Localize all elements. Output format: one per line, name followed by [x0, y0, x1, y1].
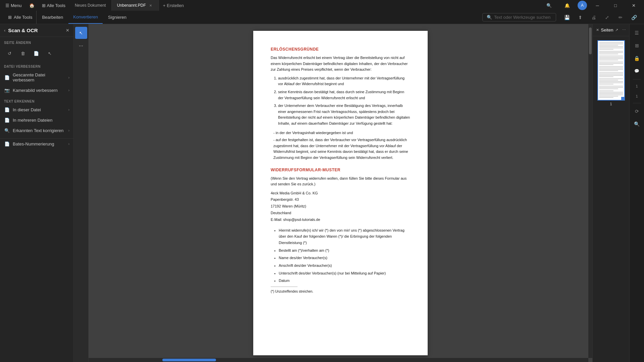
page-count-2: 1	[631, 92, 643, 101]
address-line-2: Papenbergstr. 43	[271, 196, 410, 203]
menu-signieren[interactable]: Signieren	[103, 11, 131, 24]
search-tools-bar[interactable]: 🔍 Text oder Werkzeuge suchen	[482, 13, 556, 21]
bullet-item-6: Datum	[279, 278, 410, 284]
tab-list: Neues Dokument Unbenannt.PDF ✕ + Erstell…	[69, 0, 540, 11]
bates-nummerierung-button[interactable]: 📄 Bates-Nummerierung ›	[0, 139, 73, 149]
home-button[interactable]: 🏠	[26, 0, 38, 11]
rotate-button[interactable]: ↺	[4, 48, 15, 59]
toolbar-strip: ↖ ⋯	[74, 24, 89, 362]
cursor-button[interactable]: ↖	[44, 48, 55, 59]
save-button[interactable]: 💾	[561, 11, 573, 23]
search-title-button[interactable]: 🔍	[541, 0, 557, 11]
new-tab-button[interactable]: + Erstellen	[159, 0, 188, 11]
insert-page-button[interactable]: 📄	[31, 48, 42, 59]
erkannten-text-button[interactable]: 🔍 Erkannten Text korrigieren ›	[0, 125, 73, 136]
window-controls: 🔍 🔔 A ─ □ ✕	[541, 0, 641, 11]
horizontal-scrollbar[interactable]	[89, 358, 588, 362]
user-avatar[interactable]: A	[578, 1, 587, 10]
menu-konvertieren[interactable]: Konvertieren	[68, 11, 103, 24]
refresh-button[interactable]: ⟳	[631, 105, 643, 117]
all-tools-label: Alle Tools	[47, 3, 65, 8]
maximize-button[interactable]: □	[608, 0, 623, 11]
pdf-scroll-area[interactable]: ERLÖSCHENSGRÜNDE Das Widerrufsrecht erli…	[89, 24, 592, 362]
view-button[interactable]: ⤢	[601, 11, 613, 23]
file-icon: 📄	[4, 107, 10, 112]
tab-unbenannt-pdf[interactable]: Unbenannt.PDF ✕	[112, 0, 159, 11]
section-seite-andern: SEITE ÄNDERN	[0, 37, 73, 46]
sidebar-close-button[interactable]: ✕	[66, 28, 69, 33]
print-button[interactable]: 🖨	[588, 11, 600, 23]
zoom-button[interactable]: 🔍	[631, 118, 643, 130]
plus-icon: +	[163, 3, 166, 8]
all-tools-tab[interactable]: ⊞ Alle Tools	[39, 0, 68, 11]
tab-neues-dokument[interactable]: Neues Dokument	[69, 0, 112, 11]
all-tools-menu[interactable]: ⊞ Alle Tools	[4, 11, 37, 24]
list-item-3: der Unternehmer dem Verbraucher eine Bes…	[278, 103, 410, 126]
tab-close-icon[interactable]: ✕	[148, 3, 153, 8]
grid-icon: ⊞	[42, 3, 46, 8]
address-line-4: Deutschland	[271, 210, 410, 217]
in-mehreren-dateien-button[interactable]: 📄 In mehreren Dateien	[0, 115, 73, 125]
numbered-list: ausdrücklich zugestimmt hat, dass der Un…	[278, 75, 410, 127]
select-tool-button[interactable]: ↖	[75, 27, 87, 39]
more-tools-button[interactable]: ⋯	[75, 40, 87, 52]
sidebar-toggle-button[interactable]: ☰	[631, 27, 643, 39]
close-button[interactable]: ✕	[626, 0, 641, 11]
vertical-scrollbar[interactable]	[588, 24, 592, 358]
scan-icon: 📄	[4, 75, 10, 80]
page-1-thumbnail[interactable]	[597, 40, 625, 101]
para-intro: Das Widerrufsrecht erlischt bei einem Ve…	[271, 55, 410, 73]
far-right-divider-2	[633, 103, 641, 103]
tab-label: Neues Dokument	[75, 3, 106, 8]
tab-label: Unbenannt.PDF	[117, 3, 146, 8]
seiten-panel-actions: ↗ ⋯	[614, 27, 627, 33]
arrow-icon: ›	[68, 108, 69, 112]
export-icon[interactable]: ↗	[614, 27, 620, 33]
bullet-list: Hiermit widerrufe(n) ich/ wir (*) den vo…	[279, 227, 410, 284]
heading-erloschensgrunde: ERLÖSCHENSGRÜNDE	[271, 47, 410, 52]
arrow-icon: ›	[68, 129, 69, 132]
footnote: (*) Unzutreffendes streichen.	[271, 290, 410, 293]
arrow-icon: ›	[68, 142, 69, 146]
delete-page-button[interactable]: 🗑	[17, 48, 28, 59]
sidebar-title: Scan & OCR	[8, 27, 66, 33]
seiten-panel: ✕ Seiten ↗ ⋯	[592, 24, 629, 362]
minimize-button[interactable]: ─	[590, 0, 605, 11]
bullet-item-2: Bestellt am (*)/verhalten am (*)	[279, 247, 410, 254]
subpara-2: - auf der festgehalten ist, dass der Ver…	[271, 137, 410, 161]
titlebar: ☰ Menu 🏠 ⊞ Alle Tools Neues Dokument Unb…	[0, 0, 644, 11]
seiten-close-button[interactable]: ✕	[595, 27, 600, 33]
lock-button[interactable]: 🔒	[631, 52, 643, 64]
comment-button[interactable]: 💬	[631, 65, 643, 77]
files-icon: 📄	[4, 118, 10, 123]
in-dieser-datei-button[interactable]: 📄 In dieser Datei ›	[0, 105, 73, 115]
page-thumbnail-container: 1	[597, 40, 625, 106]
more-options-icon[interactable]: ⋯	[621, 27, 627, 33]
gescannte-datei-button[interactable]: 📄 Gescannte Datei verbessern ›	[0, 70, 73, 85]
far-right-divider	[633, 79, 641, 79]
annotate-button[interactable]: ✏	[614, 11, 627, 23]
arrow-icon: ›	[68, 88, 69, 92]
sidebar-back-button[interactable]: ‹	[4, 28, 5, 33]
notification-button[interactable]: 🔔	[559, 0, 575, 11]
scrollbar-thumb[interactable]	[589, 27, 592, 54]
h-scrollbar-thumb[interactable]	[162, 359, 216, 361]
menu-bearbeiten[interactable]: Bearbeiten	[37, 11, 68, 24]
menu-label: Menu	[11, 3, 22, 8]
in-mehreren-dateien-label: In mehreren Dateien	[13, 118, 53, 123]
thumb-preview	[598, 41, 624, 100]
upload-button[interactable]: ⬆	[574, 11, 586, 23]
search-text-icon: 🔍	[4, 128, 10, 133]
scan-ocr-sidebar: ‹ Scan & OCR ✕ SEITE ÄNDERN ↺ 🗑 📄 ↖ DATE…	[0, 24, 74, 362]
home-icon: 🏠	[29, 3, 35, 8]
kamerabild-button[interactable]: 📷 Kamerabild verbessern ›	[0, 85, 73, 96]
numbering-icon: 📄	[4, 141, 10, 146]
grid-view-button[interactable]: ⊞	[631, 40, 643, 52]
in-dieser-datei-label: In dieser Datei	[13, 107, 41, 112]
menu-icon: ☰	[5, 3, 9, 8]
pdf-viewer: ERLÖSCHENSGRÜNDE Das Widerrufsrecht erli…	[89, 24, 592, 362]
search-icon: 🔍	[487, 15, 492, 20]
pdf-page: ERLÖSCHENSGRÜNDE Das Widerrufsrecht erli…	[253, 31, 428, 355]
menu-button[interactable]: ☰ Menu	[3, 0, 24, 11]
link-button[interactable]: 🔗	[628, 11, 640, 23]
